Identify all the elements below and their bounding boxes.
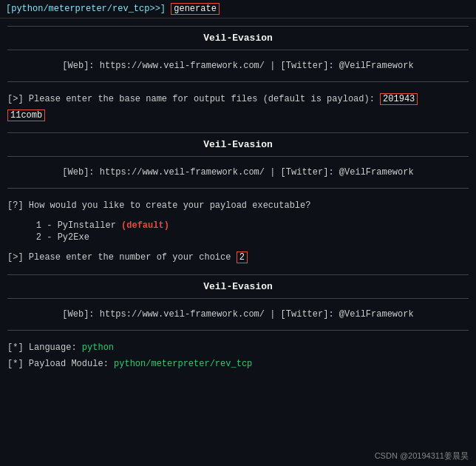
option-2-line: 2 - Py2Exe [7, 232, 469, 243]
divider-8 [7, 298, 469, 299]
section-title-3: Veil-Evasion [7, 278, 469, 295]
section-title-1: Veil-Evasion [7, 30, 469, 47]
base-name-prompt-text: [>] Please enter the base name for outpu… [7, 94, 380, 104]
payload-module-line: [*] Payload Module: python/meterpreter/r… [7, 356, 469, 372]
option-1-label: PyInstaller [58, 220, 116, 231]
divider-2 [7, 50, 469, 50]
language-value: python [82, 342, 114, 353]
option-1-default: (default) [121, 220, 169, 231]
prompt-path: [python/meterpreter/rev_tcp>>] [6, 4, 166, 14]
divider-9 [7, 330, 469, 331]
divider-4 [7, 132, 469, 133]
divider-5 [7, 156, 469, 157]
prompt-bracket [166, 4, 171, 14]
web-line-1: [Web]: https://www.veil-framework.com/ |… [7, 59, 469, 72]
option-2-label: Py2Exe [58, 232, 89, 243]
divider-1 [7, 26, 469, 27]
choice-prompt-line: [>] Please enter the number of your choi… [7, 249, 469, 266]
divider-6 [7, 188, 469, 189]
base-name-input-2: 11comb [7, 109, 45, 121]
language-label: Language: [29, 342, 77, 353]
option-1-line: 1 - PyInstaller (default) [7, 220, 469, 232]
option-1-num: 1 [36, 220, 41, 231]
divider-7 [7, 274, 469, 275]
web-line-3: [Web]: https://www.veil-framework.com/ |… [7, 308, 469, 321]
language-line: [*] Language: python [7, 340, 469, 356]
terminal-content: Veil-Evasion [Web]: https://www.veil-fra… [0, 18, 476, 376]
language-prefix: [*] [7, 342, 29, 353]
choice-input: 2 [237, 251, 248, 263]
base-name-prompt-line: [>] Please enter the base name for outpu… [7, 91, 469, 107]
divider-3 [7, 81, 469, 82]
payload-label: Payload Module: [29, 359, 109, 369]
base-name-input-1: 201943 [380, 93, 418, 105]
terminal-window: [python/meterpreter/rev_tcp>>] generate … [0, 0, 476, 466]
web-line-2: [Web]: https://www.veil-framework.com/ |… [7, 166, 469, 179]
base-name-continuation: 11comb [7, 107, 469, 124]
option-2-num: 2 [36, 232, 41, 243]
choice-prompt-text: [>] Please enter the number of your choi… [7, 252, 231, 263]
watermark: CSDN @20194311姜晨昊 [375, 450, 469, 462]
payload-prefix: [*] [7, 359, 29, 369]
payload-value: python/meterpreter/rev_tcp [114, 359, 252, 369]
section-title-2: Veil-Evasion [7, 136, 469, 153]
command-text: generate [171, 3, 220, 15]
top-bar: [python/meterpreter/rev_tcp>>] generate [0, 0, 476, 18]
payload-question-line: [?] How would you like to create your pa… [7, 197, 469, 214]
